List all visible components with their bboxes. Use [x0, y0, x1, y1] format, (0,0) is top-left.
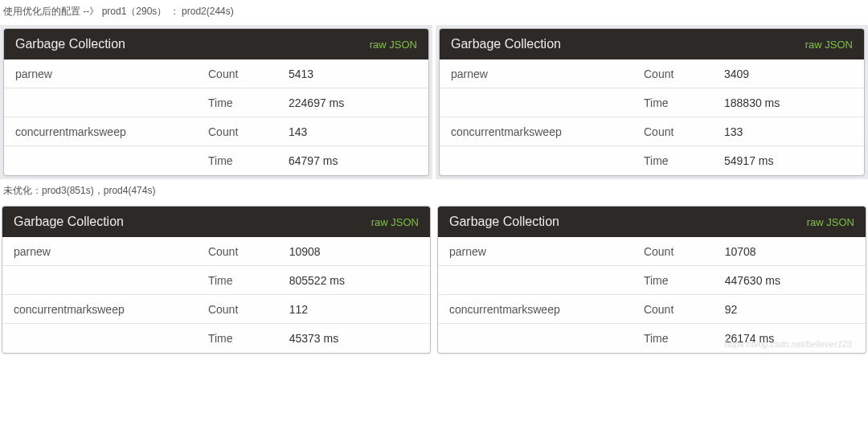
row-parnew-count: parnew Count 5413	[4, 59, 428, 88]
card-body: parnew Count 10708 Time 447630 ms concur…	[438, 237, 866, 353]
row-parnew-count: parnew Count 10708	[438, 237, 866, 266]
metric-label: Time	[644, 274, 725, 287]
panel-title: Garbage Collection	[15, 37, 125, 51]
metric-label: Time	[644, 154, 724, 167]
panel-prod2-wrap: Garbage Collection raw JSON parnew Count…	[436, 25, 868, 179]
metric-value: 5413	[289, 68, 417, 80]
metric-label: Count	[644, 68, 724, 80]
metric-label: Count	[644, 125, 724, 138]
metric-value: 224697 ms	[289, 96, 417, 109]
collector-name: concurrentmarksweep	[14, 303, 208, 316]
metric-value: 3409	[724, 68, 853, 80]
collector-name: parnew	[15, 68, 208, 80]
row-cms-time: Time 26174 ms	[438, 324, 866, 353]
metric-value: 112	[289, 303, 419, 316]
panel-title: Garbage Collection	[449, 215, 559, 229]
raw-json-link[interactable]: raw JSON	[371, 216, 419, 228]
metric-label: Count	[208, 68, 289, 80]
panel-title: Garbage Collection	[451, 37, 561, 51]
metric-label: Time	[208, 274, 289, 287]
metric-value: 10708	[725, 245, 854, 258]
row-cms-time: Time 45373 ms	[2, 324, 430, 353]
gc-card-prod1: Garbage Collection raw JSON parnew Count…	[3, 28, 429, 176]
gc-card-prod3: Garbage Collection raw JSON parnew Count…	[2, 206, 431, 354]
collector-name: parnew	[449, 245, 644, 258]
collector-name: parnew	[14, 245, 208, 258]
card-header: Garbage Collection raw JSON	[438, 207, 866, 237]
row-parnew-time: Time 805522 ms	[2, 266, 430, 295]
metric-value: 92	[725, 303, 854, 316]
row-parnew-count: parnew Count 3409	[440, 59, 864, 88]
metric-label: Time	[208, 332, 289, 345]
metric-label: Time	[644, 96, 724, 109]
row-parnew-time: Time 188830 ms	[440, 88, 864, 117]
card-header: Garbage Collection raw JSON	[4, 29, 428, 59]
caption-optimized: 使用优化后的配置 --》 prod1（290s） ： prod2(244s)	[0, 0, 868, 25]
metric-value: 26174 ms	[725, 332, 854, 345]
metric-value: 143	[289, 125, 417, 138]
gc-card-prod2: Garbage Collection raw JSON parnew Count…	[439, 28, 865, 176]
metric-label: Time	[208, 96, 289, 109]
raw-json-link[interactable]: raw JSON	[805, 39, 853, 51]
metric-value: 188830 ms	[724, 96, 853, 109]
row-cms-count: concurrentmarksweep Count 133	[440, 117, 864, 146]
raw-json-link[interactable]: raw JSON	[807, 216, 854, 228]
collector-name: concurrentmarksweep	[451, 125, 644, 138]
metric-label: Count	[208, 125, 289, 138]
metric-label: Time	[644, 332, 725, 345]
card-header: Garbage Collection raw JSON	[2, 207, 430, 237]
collector-name: concurrentmarksweep	[449, 303, 644, 316]
metric-value: 133	[724, 125, 853, 138]
caption-unoptimized: 未优化：prod3(851s)，prod4(474s)	[0, 179, 868, 204]
card-body: parnew Count 3409 Time 188830 ms concurr…	[440, 59, 864, 175]
metric-label: Count	[644, 303, 725, 316]
metric-label: Count	[208, 303, 289, 316]
metric-value: 447630 ms	[725, 274, 854, 287]
row-parnew-time: Time 224697 ms	[4, 88, 428, 117]
metric-value: 64797 ms	[289, 154, 417, 167]
metric-label: Count	[644, 245, 725, 258]
raw-json-link[interactable]: raw JSON	[370, 39, 417, 51]
metric-value: 805522 ms	[289, 274, 419, 287]
card-body: parnew Count 10908 Time 805522 ms concur…	[2, 237, 430, 353]
metric-label: Count	[208, 245, 289, 258]
row-unoptimized: Garbage Collection raw JSON parnew Count…	[0, 204, 868, 355]
row-cms-count: concurrentmarksweep Count 143	[4, 117, 428, 146]
row-optimized: Garbage Collection raw JSON parnew Count…	[0, 25, 868, 179]
panel-prod3-wrap: Garbage Collection raw JSON parnew Count…	[0, 204, 432, 355]
metric-value: 45373 ms	[289, 332, 419, 345]
row-cms-count: concurrentmarksweep Count 112	[2, 295, 430, 324]
metric-value: 10908	[289, 245, 419, 258]
collector-name: concurrentmarksweep	[15, 125, 208, 138]
collector-name: parnew	[451, 68, 644, 80]
metric-label: Time	[208, 154, 289, 167]
row-parnew-count: parnew Count 10908	[2, 237, 430, 266]
row-cms-count: concurrentmarksweep Count 92	[438, 295, 866, 324]
gc-card-prod4: Garbage Collection raw JSON parnew Count…	[437, 206, 866, 354]
container: 使用优化后的配置 --》 prod1（290s） ： prod2(244s) G…	[0, 0, 868, 355]
panel-prod1-wrap: Garbage Collection raw JSON parnew Count…	[0, 25, 432, 179]
row-cms-time: Time 64797 ms	[4, 146, 428, 175]
panel-prod4-wrap: Garbage Collection raw JSON parnew Count…	[436, 204, 868, 355]
card-body: parnew Count 5413 Time 224697 ms concurr…	[4, 59, 428, 175]
row-parnew-time: Time 447630 ms	[438, 266, 866, 295]
card-header: Garbage Collection raw JSON	[440, 29, 864, 59]
row-cms-time: Time 54917 ms	[440, 146, 864, 175]
metric-value: 54917 ms	[724, 154, 853, 167]
panel-title: Garbage Collection	[14, 215, 124, 229]
